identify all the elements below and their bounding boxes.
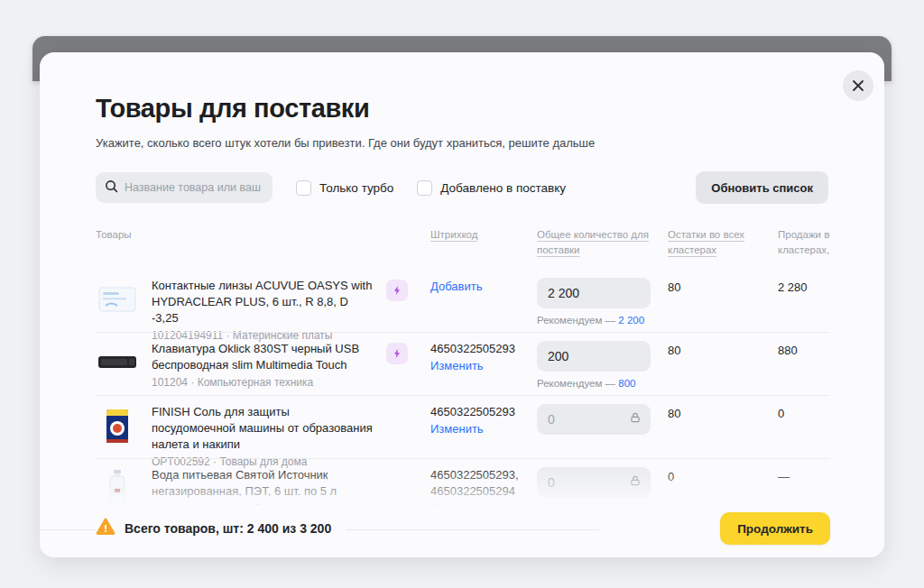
checkbox-turbo-only[interactable]: Только турбо xyxy=(296,180,393,196)
quantity-input-wrap[interactable] xyxy=(537,278,651,308)
product-image-lenses xyxy=(96,278,139,321)
page-subtitle: Укажите, сколько всего штук хотели бы пр… xyxy=(96,136,884,150)
quantity-input-disabled xyxy=(548,412,629,427)
continue-button[interactable]: Продолжить xyxy=(720,512,830,545)
filter-bar: Только турбо Добавлено в поставку Обнови… xyxy=(96,171,884,204)
recommend-line: Рекомендуем — 2 200 xyxy=(537,315,668,326)
table-row: Клавиатура Oklick 830ST черный USB беспр… xyxy=(96,332,830,395)
recommend-line: Рекомендуем — 800 xyxy=(537,378,668,389)
product-image-finish-salt xyxy=(96,404,139,447)
recommend-value-link[interactable]: 800 xyxy=(618,378,635,389)
search-icon xyxy=(105,179,118,197)
products-table: Товары Штрихкод Общее количество для пос… xyxy=(96,204,830,521)
refresh-list-button[interactable]: Обновить список xyxy=(696,171,828,204)
turbo-only-label: Только турбо xyxy=(319,181,393,195)
barcode-cell: 4650322505293 Изменить xyxy=(430,341,537,395)
product-title: Клавиатура Oklick 830ST черный USB беспр… xyxy=(152,341,374,373)
quantity-input-wrap-locked xyxy=(537,467,651,498)
edit-barcode-link[interactable]: Изменить xyxy=(430,420,484,438)
stock-value: 80 xyxy=(668,341,778,395)
quantity-input-wrap[interactable] xyxy=(537,341,651,372)
added-to-supply-checkbox[interactable] xyxy=(417,180,432,196)
table-row: Контактные линзы ACUVUE OASYS with HYDRA… xyxy=(96,269,830,332)
header-stock: Остатки во всех кластерах xyxy=(668,227,778,258)
product-title: Вода питьевая Святой Источник негазирова… xyxy=(152,467,374,500)
turbo-only-checkbox[interactable] xyxy=(296,180,311,196)
barcode-value: 4650322505293, 4650322505294 xyxy=(430,468,519,498)
header-products: Товары xyxy=(96,227,386,258)
supply-modal: Товары для поставки Укажите, сколько все… xyxy=(40,52,884,557)
search-input[interactable] xyxy=(125,181,263,194)
product-meta: 101204 · Компьютерная техника xyxy=(152,376,374,389)
header-turbo-spacer xyxy=(386,227,430,258)
added-to-supply-label: Добавлено в поставку xyxy=(440,181,566,195)
product-title: FINISH Соль для защиты посудомоечной маш… xyxy=(152,404,374,453)
table-row: FINISH Соль для защиты посудомоечной маш… xyxy=(96,395,830,458)
product-image-keyboard xyxy=(96,341,139,384)
quantity-input-disabled xyxy=(548,475,629,490)
product-cell: Клавиатура Oklick 830ST черный USB беспр… xyxy=(96,341,386,395)
product-image-water xyxy=(96,467,139,510)
page-title: Товары для поставки xyxy=(96,94,884,124)
turbo-icon xyxy=(386,343,408,364)
product-title: Контактные линзы ACUVUE OASYS with HYDRA… xyxy=(152,278,374,326)
search-box[interactable] xyxy=(96,172,273,203)
turbo-icon xyxy=(386,280,408,301)
warning-icon xyxy=(96,517,116,540)
table-body: Контактные линзы ACUVUE OASYS with HYDRA… xyxy=(96,269,830,521)
barcode-value: 4650322505293 xyxy=(430,342,515,355)
barcode-value: 4650322505293 xyxy=(430,405,515,418)
total-text: Всего товаров, шт: 2 400 из 3 200 xyxy=(125,521,331,536)
lock-icon xyxy=(629,474,642,491)
quantity-input[interactable] xyxy=(548,349,642,363)
header-sales: Продажи во всех кластерах, 30 дней xyxy=(778,227,830,258)
lock-icon xyxy=(629,411,642,427)
table-header-row: Товары Штрихкод Общее количество для пос… xyxy=(96,227,830,258)
modal-footer: Всего товаров, шт: 2 400 из 3 200 Продол… xyxy=(40,505,884,557)
edit-barcode-link[interactable]: Изменить xyxy=(430,357,484,375)
total-summary: Всего товаров, шт: 2 400 из 3 200 xyxy=(96,517,346,540)
checkbox-added-to-supply[interactable]: Добавлено в поставку xyxy=(417,180,566,196)
quantity-input-wrap-locked xyxy=(537,404,651,435)
add-barcode-link[interactable]: Добавить xyxy=(430,278,482,296)
sales-value: 880 xyxy=(778,341,830,395)
quantity-input[interactable] xyxy=(548,286,642,300)
header-barcode: Штрихкод xyxy=(430,227,537,258)
header-quantity: Общее количество для поставки xyxy=(537,227,668,258)
recommend-value-link[interactable]: 2 200 xyxy=(618,315,644,326)
